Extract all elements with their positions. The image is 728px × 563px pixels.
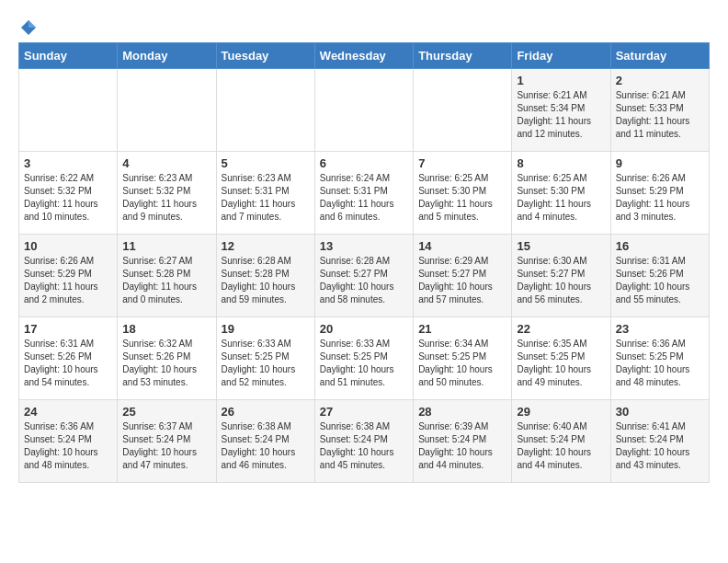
calendar-cell: [118, 69, 216, 152]
day-number: 22: [517, 322, 605, 336]
calendar-cell: 19Sunrise: 6:33 AMSunset: 5:25 PMDayligh…: [216, 317, 314, 400]
calendar-cell: 5Sunrise: 6:23 AMSunset: 5:31 PMDaylight…: [216, 152, 314, 235]
day-number: 2: [616, 74, 704, 87]
cell-info: Sunrise: 6:25 AMSunset: 5:30 PMDaylight:…: [517, 172, 605, 224]
cell-info: Sunrise: 6:34 AMSunset: 5:25 PMDaylight:…: [418, 338, 506, 389]
calendar-cell: 6Sunrise: 6:24 AMSunset: 5:31 PMDaylight…: [314, 152, 413, 235]
calendar-cell: 25Sunrise: 6:37 AMSunset: 5:24 PMDayligh…: [118, 400, 216, 483]
calendar-cell: 28Sunrise: 6:39 AMSunset: 5:24 PMDayligh…: [414, 400, 512, 483]
calendar-cell: [314, 69, 413, 152]
cell-info: Sunrise: 6:40 AMSunset: 5:24 PMDaylight:…: [517, 420, 605, 472]
calendar-cell: 9Sunrise: 6:26 AMSunset: 5:29 PMDaylight…: [610, 152, 709, 235]
calendar-cell: 10Sunrise: 6:26 AMSunset: 5:29 PMDayligh…: [19, 235, 118, 317]
calendar-cell: 16Sunrise: 6:31 AMSunset: 5:26 PMDayligh…: [610, 235, 709, 317]
weekday-header: Tuesday: [216, 43, 314, 69]
weekday-header: Friday: [512, 43, 610, 69]
cell-info: Sunrise: 6:31 AMSunset: 5:26 PMDaylight:…: [616, 255, 704, 306]
day-number: 13: [320, 239, 408, 253]
cell-info: Sunrise: 6:36 AMSunset: 5:25 PMDaylight:…: [616, 338, 704, 389]
day-number: 5: [222, 156, 310, 170]
cell-info: Sunrise: 6:38 AMSunset: 5:24 PMDaylight:…: [320, 420, 408, 472]
cell-info: Sunrise: 6:28 AMSunset: 5:28 PMDaylight:…: [222, 255, 310, 306]
cell-info: Sunrise: 6:35 AMSunset: 5:25 PMDaylight:…: [517, 338, 605, 389]
day-number: 3: [24, 156, 112, 170]
weekday-header: Monday: [118, 43, 216, 69]
cell-info: Sunrise: 6:32 AMSunset: 5:26 PMDaylight:…: [122, 338, 210, 389]
cell-info: Sunrise: 6:22 AMSunset: 5:32 PMDaylight:…: [24, 172, 112, 224]
calendar-header: SundayMondayTuesdayWednesdayThursdayFrid…: [19, 43, 710, 69]
calendar-cell: 3Sunrise: 6:22 AMSunset: 5:32 PMDaylight…: [19, 152, 118, 235]
day-number: 1: [517, 74, 605, 87]
cell-info: Sunrise: 6:27 AMSunset: 5:28 PMDaylight:…: [122, 255, 210, 306]
day-number: 26: [222, 405, 310, 419]
calendar-cell: 26Sunrise: 6:38 AMSunset: 5:24 PMDayligh…: [216, 400, 314, 483]
cell-info: Sunrise: 6:24 AMSunset: 5:31 PMDaylight:…: [320, 172, 408, 224]
calendar-cell: [414, 69, 512, 152]
cell-info: Sunrise: 6:39 AMSunset: 5:24 PMDaylight:…: [418, 420, 506, 472]
calendar-cell: [19, 69, 118, 152]
weekday-header: Wednesday: [314, 43, 413, 69]
calendar-cell: 27Sunrise: 6:38 AMSunset: 5:24 PMDayligh…: [314, 400, 413, 483]
cell-info: Sunrise: 6:41 AMSunset: 5:24 PMDaylight:…: [616, 420, 704, 472]
weekday-header: Thursday: [414, 43, 512, 69]
logo: [18, 18, 39, 33]
logo-icon: [19, 18, 38, 37]
day-number: 16: [616, 239, 704, 253]
cell-info: Sunrise: 6:29 AMSunset: 5:27 PMDaylight:…: [418, 255, 506, 306]
calendar-cell: 1Sunrise: 6:21 AMSunset: 5:34 PMDaylight…: [512, 69, 610, 152]
calendar-cell: 18Sunrise: 6:32 AMSunset: 5:26 PMDayligh…: [118, 317, 216, 400]
day-number: 29: [517, 405, 605, 419]
calendar-cell: 14Sunrise: 6:29 AMSunset: 5:27 PMDayligh…: [414, 235, 512, 317]
cell-info: Sunrise: 6:33 AMSunset: 5:25 PMDaylight:…: [320, 338, 408, 389]
day-number: 17: [24, 322, 112, 336]
day-number: 25: [122, 405, 210, 419]
calendar-cell: 13Sunrise: 6:28 AMSunset: 5:27 PMDayligh…: [314, 235, 413, 317]
cell-info: Sunrise: 6:30 AMSunset: 5:27 PMDaylight:…: [517, 255, 605, 306]
calendar-table: SundayMondayTuesdayWednesdayThursdayFrid…: [18, 42, 710, 483]
day-number: 11: [122, 239, 210, 253]
day-number: 6: [320, 156, 408, 170]
day-number: 30: [616, 405, 704, 419]
day-number: 12: [222, 239, 310, 253]
calendar-cell: 8Sunrise: 6:25 AMSunset: 5:30 PMDaylight…: [512, 152, 610, 235]
day-number: 4: [122, 156, 210, 170]
cell-info: Sunrise: 6:23 AMSunset: 5:32 PMDaylight:…: [122, 172, 210, 224]
calendar-cell: 24Sunrise: 6:36 AMSunset: 5:24 PMDayligh…: [19, 400, 118, 483]
weekday-header: Saturday: [610, 43, 709, 69]
page-header: [18, 18, 710, 33]
day-number: 23: [616, 322, 704, 336]
cell-info: Sunrise: 6:21 AMSunset: 5:34 PMDaylight:…: [517, 89, 605, 141]
day-number: 14: [418, 239, 506, 253]
calendar-body: 1Sunrise: 6:21 AMSunset: 5:34 PMDaylight…: [19, 69, 710, 483]
calendar-cell: 30Sunrise: 6:41 AMSunset: 5:24 PMDayligh…: [610, 400, 709, 483]
calendar-cell: 2Sunrise: 6:21 AMSunset: 5:33 PMDaylight…: [610, 69, 709, 152]
cell-info: Sunrise: 6:38 AMSunset: 5:24 PMDaylight:…: [222, 420, 310, 472]
calendar-cell: 22Sunrise: 6:35 AMSunset: 5:25 PMDayligh…: [512, 317, 610, 400]
cell-info: Sunrise: 6:31 AMSunset: 5:26 PMDaylight:…: [24, 338, 112, 389]
calendar-cell: 7Sunrise: 6:25 AMSunset: 5:30 PMDaylight…: [414, 152, 512, 235]
calendar-cell: 12Sunrise: 6:28 AMSunset: 5:28 PMDayligh…: [216, 235, 314, 317]
calendar-cell: [216, 69, 314, 152]
cell-info: Sunrise: 6:21 AMSunset: 5:33 PMDaylight:…: [616, 89, 704, 141]
calendar-cell: 23Sunrise: 6:36 AMSunset: 5:25 PMDayligh…: [610, 317, 709, 400]
day-number: 7: [418, 156, 506, 170]
weekday-header: Sunday: [19, 43, 118, 69]
cell-info: Sunrise: 6:37 AMSunset: 5:24 PMDaylight:…: [122, 420, 210, 472]
cell-info: Sunrise: 6:25 AMSunset: 5:30 PMDaylight:…: [418, 172, 506, 224]
day-number: 8: [517, 156, 605, 170]
cell-info: Sunrise: 6:36 AMSunset: 5:24 PMDaylight:…: [24, 420, 112, 472]
day-number: 21: [418, 322, 506, 336]
day-number: 27: [320, 405, 408, 419]
calendar-cell: 11Sunrise: 6:27 AMSunset: 5:28 PMDayligh…: [118, 235, 216, 317]
day-number: 9: [616, 156, 704, 170]
day-number: 20: [320, 322, 408, 336]
calendar-cell: 17Sunrise: 6:31 AMSunset: 5:26 PMDayligh…: [19, 317, 118, 400]
day-number: 24: [24, 405, 112, 419]
calendar-cell: 4Sunrise: 6:23 AMSunset: 5:32 PMDaylight…: [118, 152, 216, 235]
calendar-cell: 21Sunrise: 6:34 AMSunset: 5:25 PMDayligh…: [414, 317, 512, 400]
day-number: 10: [24, 239, 112, 253]
svg-marker-1: [28, 20, 36, 28]
day-number: 18: [122, 322, 210, 336]
calendar-cell: 15Sunrise: 6:30 AMSunset: 5:27 PMDayligh…: [512, 235, 610, 317]
day-number: 19: [222, 322, 310, 336]
